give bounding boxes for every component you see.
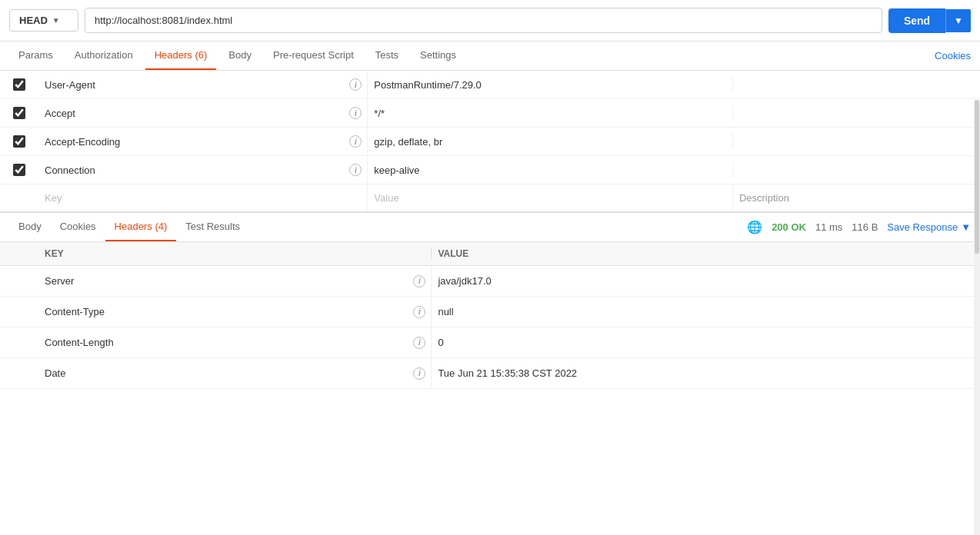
tab-tests[interactable]: Tests — [366, 42, 408, 70]
header-row-connection: Connection i keep-alive — [0, 156, 980, 184]
resp-value-content-type: null — [431, 297, 980, 327]
header-check-empty — [0, 191, 38, 206]
header-info-accept-encoding[interactable]: i — [344, 135, 367, 148]
resp-row-date: Date i Tue Jun 21 15:35:38 CST 2022 — [0, 358, 980, 389]
resp-tab-cookies[interactable]: Cookies — [51, 213, 105, 241]
globe-icon: 🌐 — [747, 220, 762, 234]
tab-prerequest[interactable]: Pre-request Script — [264, 42, 363, 70]
header-check-accept[interactable] — [0, 99, 38, 127]
method-chevron-icon: ▼ — [52, 16, 60, 25]
request-tabs: Params Authorization Headers (6) Body Pr… — [0, 42, 980, 71]
header-key-accept: Accept — [38, 100, 344, 127]
method-selector[interactable]: HEAD ▼ — [9, 9, 78, 32]
send-dropdown-button[interactable]: ▼ — [945, 9, 971, 32]
response-size: 116 B — [852, 221, 878, 233]
resp-key-col-header: KEY — [38, 248, 408, 259]
header-key-accept-encoding: Accept-Encoding — [38, 128, 344, 155]
header-row-useragent: User-Agent i PostmanRuntime/7.29.0 — [0, 71, 980, 99]
resp-info-content-length[interactable]: i — [408, 337, 431, 349]
resp-key-content-length: Content-Length — [0, 327, 408, 357]
header-checkbox-accept-encoding[interactable] — [13, 135, 25, 148]
header-value-accept-encoding: gzip, deflate, br — [367, 128, 732, 155]
header-desc-accept — [732, 105, 980, 121]
send-button-group: Send ▼ — [888, 8, 971, 33]
resp-row-content-length: Content-Length i 0 — [0, 327, 980, 358]
header-desc-useragent — [732, 77, 980, 92]
header-check-useragent[interactable] — [0, 71, 38, 98]
resp-info-col-header — [408, 248, 431, 259]
header-desc-empty: Description — [732, 184, 980, 211]
header-info-connection[interactable]: i — [344, 164, 367, 176]
resp-tab-headers[interactable]: Headers (4) — [105, 213, 177, 241]
resp-value-col-header: VALUE — [431, 248, 980, 259]
resp-key-date: Date — [0, 358, 408, 388]
tab-authorization[interactable]: Authorization — [65, 42, 142, 70]
send-button[interactable]: Send — [888, 8, 945, 33]
resp-info-server[interactable]: i — [408, 275, 431, 287]
resp-tab-test-results[interactable]: Test Results — [176, 213, 249, 241]
url-input[interactable] — [85, 8, 882, 33]
cookies-link[interactable]: Cookies — [935, 50, 971, 61]
header-checkbox-accept[interactable] — [13, 107, 25, 119]
tab-settings[interactable]: Settings — [411, 42, 465, 70]
resp-value-date: Tue Jun 21 15:35:38 CST 2022 — [431, 358, 980, 388]
header-key-connection: Connection — [38, 157, 344, 184]
header-value-connection: keep-alive — [367, 157, 732, 184]
resp-tab-body[interactable]: Body — [9, 213, 51, 241]
resp-value-server: java/jdk17.0 — [431, 266, 980, 296]
response-table-header: KEY VALUE — [0, 242, 980, 266]
response-time: 11 ms — [815, 221, 842, 233]
header-value-empty: Value — [367, 184, 732, 211]
status-ok-badge: 200 OK — [772, 221, 806, 233]
header-desc-accept-encoding — [732, 134, 980, 149]
tab-headers[interactable]: Headers (6) — [145, 42, 217, 70]
header-key-useragent: User-Agent — [38, 71, 344, 98]
header-row-empty: Key Value Description — [0, 184, 980, 211]
response-headers-table: KEY VALUE Server i java/jdk17.0 Content-… — [0, 242, 980, 389]
header-key-empty: Key — [38, 184, 344, 211]
header-check-connection[interactable] — [0, 156, 38, 184]
resp-key-server: Server — [0, 266, 408, 296]
tab-body[interactable]: Body — [219, 42, 261, 70]
save-response-chevron-icon: ▼ — [961, 221, 971, 233]
resp-row-content-type: Content-Type i null — [0, 297, 980, 327]
request-headers-table: User-Agent i PostmanRuntime/7.29.0 Accep… — [0, 71, 980, 212]
save-response-button[interactable]: Save Response ▼ — [887, 221, 971, 233]
header-checkbox-useragent[interactable] — [13, 78, 25, 91]
scrollbar[interactable] — [974, 100, 980, 389]
resp-row-server: Server i java/jdk17.0 — [0, 266, 980, 297]
header-row-accept: Accept i */* — [0, 99, 980, 128]
header-value-accept: */* — [367, 100, 732, 127]
resp-info-date[interactable]: i — [408, 367, 431, 380]
resp-key-content-type: Content-Type — [0, 297, 408, 327]
header-info-accept[interactable]: i — [344, 107, 367, 119]
header-check-accept-encoding[interactable] — [0, 128, 38, 155]
response-tabs-bar: Body Cookies Headers (4) Test Results 🌐 … — [0, 212, 980, 242]
tab-params[interactable]: Params — [9, 42, 62, 70]
response-status-bar: 🌐 200 OK 11 ms 116 B Save Response ▼ — [747, 220, 971, 234]
header-value-useragent: PostmanRuntime/7.29.0 — [367, 71, 732, 98]
resp-check-col-header — [0, 248, 38, 259]
resp-info-content-type[interactable]: i — [408, 306, 431, 318]
header-checkbox-connection[interactable] — [13, 164, 25, 176]
scrollbar-thumb[interactable] — [975, 100, 979, 254]
resp-value-content-length: 0 — [431, 327, 980, 357]
header-row-accept-encoding: Accept-Encoding i gzip, deflate, br — [0, 128, 980, 156]
method-label: HEAD — [19, 15, 48, 26]
url-bar: HEAD ▼ Send ▼ — [0, 0, 980, 42]
header-info-useragent[interactable]: i — [344, 78, 367, 91]
header-desc-connection — [732, 162, 980, 178]
